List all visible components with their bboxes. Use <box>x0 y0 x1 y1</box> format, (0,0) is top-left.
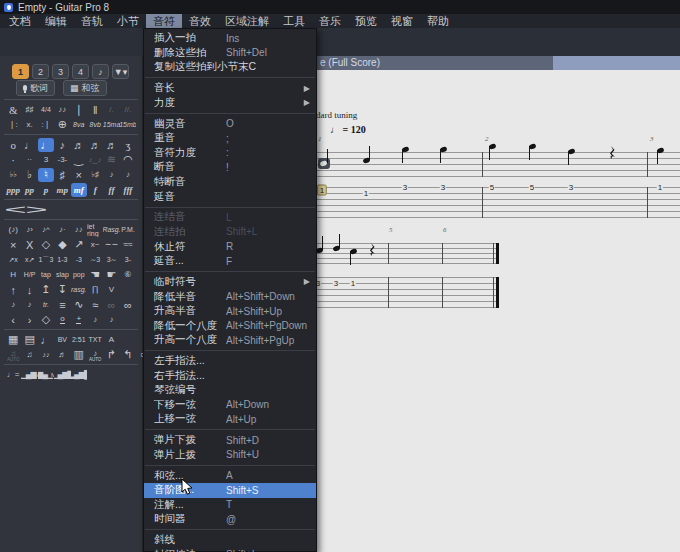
quindicesima-alta-button[interactable]: 15ma <box>103 118 119 132</box>
long-downstroke-button[interactable]: ↧ <box>54 283 70 297</box>
tied-notes-button[interactable]: ♪‿♪ <box>87 153 103 167</box>
split-beam-button[interactable]: ♪♪ <box>38 348 54 362</box>
tab-number[interactable]: 5 <box>529 183 535 192</box>
accent-button[interactable]: ♪› <box>21 223 37 237</box>
barline-button[interactable]: ❘ <box>71 103 87 117</box>
voice-filter-dropdown[interactable]: ▼▾ <box>112 64 129 79</box>
beam-button[interactable]: ♫ <box>21 348 37 362</box>
diamond-notehead-button[interactable]: ◇ <box>38 313 54 327</box>
voice-4-button[interactable]: 4 <box>72 64 89 79</box>
fretboard-view-button[interactable]: ▤ <box>21 333 37 347</box>
dead-note-button[interactable]: × <box>5 238 21 252</box>
dynamic-p-button[interactable]: p <box>38 183 54 197</box>
downstroke-button[interactable]: ∏ <box>87 283 103 297</box>
grace-note-button[interactable]: ♪ <box>103 168 119 182</box>
tab-number[interactable]: 3 <box>333 279 339 288</box>
force-stem-down-button[interactable]: ↰ <box>120 348 136 362</box>
multivoice-edit-button[interactable]: ♪ <box>92 64 109 79</box>
vibrato-button[interactable]: ∼∼ <box>103 238 119 252</box>
menu-item-升高一个八度[interactable]: 升高一个八度Alt+Shift+PgUp <box>144 333 316 348</box>
natural-button[interactable]: ♮ <box>38 168 54 182</box>
double-dot-button[interactable]: ·· <box>21 153 37 167</box>
lyrics-button[interactable]: 歌词 <box>16 80 55 96</box>
loop-dim-button[interactable]: ∞ <box>103 298 119 312</box>
voice-2-button[interactable]: 2 <box>32 64 49 79</box>
plus-mark-button[interactable]: + <box>71 313 87 327</box>
triplet-button[interactable]: 3 <box>38 153 54 167</box>
menu-item-琴弦编号[interactable]: 琴弦编号 <box>144 383 316 398</box>
courtesy-accidental-button[interactable]: ♭♯ <box>87 168 103 182</box>
menu-item-特断音[interactable]: 特断音 <box>144 175 316 190</box>
grace-before-beat-button[interactable]: ♪ <box>5 298 21 312</box>
loop-button[interactable]: ∞ <box>120 298 136 312</box>
menubar-item-音乐[interactable]: 音乐 <box>312 14 348 28</box>
tab-number[interactable]: 5 <box>489 183 495 192</box>
wide-vibrato-button[interactable]: ≈≈ <box>120 238 136 252</box>
dynamic-ppp-button[interactable]: ppp <box>5 183 21 197</box>
menu-item-复制这些拍到小节末C[interactable]: 复制这些拍到小节末C <box>144 60 316 75</box>
left-hand-icon[interactable]: ☚ <box>87 268 103 282</box>
menu-item-上移一弦[interactable]: 上移一弦Alt+Up <box>144 412 316 427</box>
menu-item-弹片上拨[interactable]: 弹片上拨Shift+U <box>144 448 316 463</box>
tap-button[interactable]: tap <box>38 268 54 282</box>
time-signature-button[interactable]: 4/4 <box>38 103 54 117</box>
menu-item-降低一个八度[interactable]: 降低一个八度Alt+Shift+PgDown <box>144 318 316 333</box>
arpeggio-button[interactable]: ♪♪ <box>71 223 87 237</box>
double-simile-button[interactable]: //. <box>120 103 136 117</box>
menu-item-断音[interactable]: 断音! <box>144 160 316 175</box>
tab-number[interactable]: 1 <box>350 279 356 288</box>
menu-item-弹片下拨[interactable]: 弹片下拨Shift+D <box>144 433 316 448</box>
menu-item-延音[interactable]: 延音 <box>144 189 316 204</box>
arrow-up-button[interactable]: ↑ <box>5 283 21 297</box>
menu-item-注解[interactable]: 注解...T <box>144 498 316 513</box>
menubar-item-区域注解[interactable]: 区域注解 <box>218 14 276 28</box>
notation-symbol-button[interactable]: ♩ <box>38 333 54 347</box>
quindicesima-bassa-button[interactable]: 15mb <box>120 118 136 132</box>
heavy-accent-button[interactable]: ♪^ <box>38 223 54 237</box>
brush-stroke-button[interactable]: ≋ <box>103 153 119 167</box>
upstroke-button[interactable]: V <box>103 283 119 297</box>
menu-item-音阶图[interactable]: 音阶图...Shift+S <box>144 483 316 498</box>
menubar-item-音符[interactable]: 音符 <box>146 14 182 28</box>
key-signature-button[interactable]: ♯♯ <box>21 103 37 117</box>
hammer-on-button[interactable]: H <box>5 268 21 282</box>
tab-number[interactable]: 1 <box>363 189 369 198</box>
menu-item-删除这些拍[interactable]: 删除这些拍Shift+Del <box>144 46 316 61</box>
menu-item-插入一拍[interactable]: 插入一拍Ins <box>144 31 316 46</box>
menubar-item-视窗[interactable]: 视窗 <box>384 14 420 28</box>
rasgueado-button[interactable]: Rasg. <box>103 223 119 237</box>
sixteenth-note-button[interactable]: ♬ <box>71 138 87 152</box>
double-sharp-button[interactable]: × <box>71 168 87 182</box>
legato-slide-button[interactable]: 1⌒3 <box>38 253 54 267</box>
menu-item-临时符号[interactable]: 临时符号▶ <box>144 275 316 290</box>
menu-item-幽灵音[interactable]: 幽灵音O <box>144 116 316 131</box>
tab-number[interactable]: 3 <box>402 183 408 192</box>
auto-stem-button[interactable]: ♪AUTO <box>87 348 103 362</box>
decrescendo-hairpin-button[interactable]: > <box>25 203 47 217</box>
sixty-fourth-note-button[interactable]: ♬ <box>103 138 119 152</box>
chords-button[interactable]: ▦和弦 <box>63 80 107 96</box>
eighth-note-button[interactable]: ♪ <box>54 138 70 152</box>
menu-item-右手指法[interactable]: 右手指法... <box>144 368 316 383</box>
text-annotation-button[interactable]: TXT <box>87 333 103 347</box>
crescendo-hairpin-button[interactable]: < <box>4 203 26 217</box>
hammer-pull-button[interactable]: H/P <box>21 268 37 282</box>
menubar-item-预览[interactable]: 预览 <box>348 14 384 28</box>
timer-text-button[interactable]: 2:51 <box>71 333 87 347</box>
slide-in-button[interactable]: x↗ <box>21 253 37 267</box>
bend-button[interactable]: ↗ <box>71 238 87 252</box>
menu-item-力度[interactable]: 力度▶ <box>144 96 316 111</box>
quarter-note-button[interactable]: ♩ <box>38 138 54 152</box>
menubar-item-编辑[interactable]: 编辑 <box>38 14 74 28</box>
free-time-button[interactable]: ♪♪ <box>54 103 70 117</box>
harmonic-o-button[interactable]: o <box>54 313 70 327</box>
slide-wave-in-button[interactable]: ∼3 <box>87 253 103 267</box>
dynamic-mp-button[interactable]: mp <box>54 183 70 197</box>
staccato-button[interactable]: ♪· <box>54 223 70 237</box>
ghost-note-button[interactable]: (♪) <box>5 223 21 237</box>
menubar-item-文档[interactable]: 文档 <box>2 14 38 28</box>
dynamic-mf-button[interactable]: mf <box>71 183 87 197</box>
rest-button[interactable]: ʒ <box>120 138 136 152</box>
string-number-button[interactable]: ⑥ <box>120 268 136 282</box>
menu-item-封闭按法[interactable]: 封闭按法...Shift+I <box>144 548 316 552</box>
